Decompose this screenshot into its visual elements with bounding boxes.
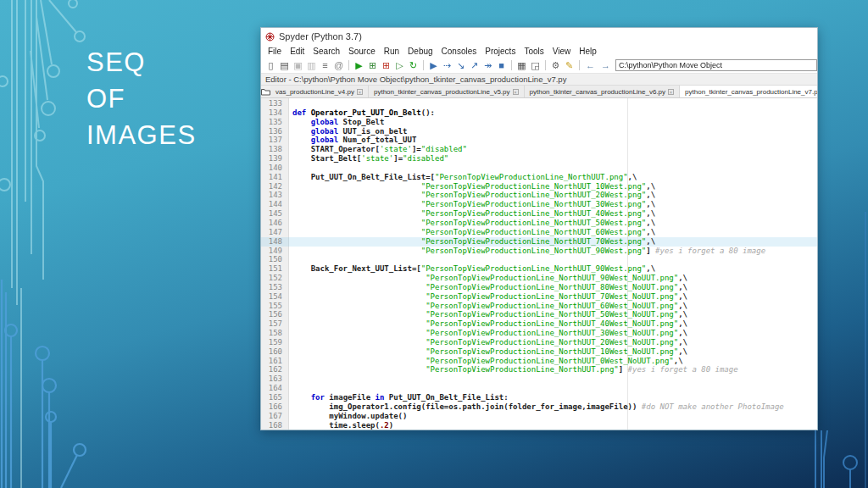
step-into-icon[interactable]: ↘	[454, 58, 467, 72]
code-line-159: 159 "PersonTopViewProductionLine_NorthUU…	[261, 338, 817, 347]
line-number: 160	[261, 347, 288, 357]
code-line-150: 150	[261, 255, 817, 264]
run-cell-icon[interactable]: ⊞	[366, 58, 379, 72]
slide-title-line-1: SEQ	[86, 44, 197, 80]
run-current-line-icon[interactable]: ⇢	[441, 58, 453, 72]
menu-source[interactable]: Source	[344, 47, 380, 56]
spyder-logo-icon	[265, 32, 275, 42]
line-number: 150	[261, 255, 288, 264]
menu-projects[interactable]: Projects	[481, 47, 520, 56]
maximize-pane-icon[interactable]: ◲	[529, 58, 542, 72]
spyder-window: Spyder (Python 3.7) FileEditSearchSource…	[260, 27, 818, 430]
save-icon[interactable]: ▣	[292, 58, 304, 72]
code-line-156: 156 "PersonTopViewProductionLine_NorthUU…	[261, 310, 817, 319]
line-number: 141	[261, 173, 288, 182]
new-file-icon[interactable]: ▯	[264, 58, 277, 72]
code-text	[288, 384, 292, 393]
line-number: 168	[261, 421, 288, 430]
line-number: 146	[261, 219, 288, 228]
menu-tools[interactable]: Tools	[520, 47, 548, 56]
code-line-136: 136 global UUT_is_on_belt	[261, 127, 817, 136]
code-line-165: 165 for imageFile in Put_UUT_On_Belt_Fil…	[261, 393, 817, 402]
line-number: 153	[261, 283, 288, 292]
editor-tab-2[interactable]: python_tkinter_canvas_productionLine_v5.…	[369, 86, 525, 97]
code-text	[288, 99, 292, 108]
code-line-135: 135 global Stop_Belt	[261, 118, 817, 127]
continue-icon[interactable]: ↠	[481, 58, 494, 72]
code-text: "PersonTopViewProductionLine_NorthUUT_60…	[288, 302, 687, 311]
code-text: "PersonTopViewProductionLine_NorthUUT_40…	[288, 209, 655, 219]
code-text: "PersonTopViewProductionLine_NorthUUT_70…	[288, 292, 687, 302]
code-line-153: 153 "PersonTopViewProductionLine_NorthUU…	[261, 283, 817, 292]
code-line-151: 151 Back_For_Next_UUT_List=["PersonTopVi…	[261, 264, 817, 274]
toolbar-separator	[511, 60, 512, 70]
code-line-167: 167 myWindow.update()	[261, 412, 817, 421]
line-number: 154	[261, 292, 288, 302]
code-line-134: 134def Operator_Put_UUT_On_Belt():	[261, 108, 817, 118]
code-line-166: 166 img_Operator1.config(file=os.path.jo…	[261, 402, 817, 412]
debug-icon[interactable]: ▶	[427, 58, 440, 72]
code-line-146: 146 "PersonTopViewProductionLine_NorthUU…	[261, 219, 817, 228]
save-all-icon[interactable]: ▥	[305, 58, 318, 72]
run-selection-icon[interactable]: ▷	[393, 58, 406, 72]
menu-bar: FileEditSearchSourceRunDebugConsolesProj…	[261, 45, 817, 58]
menu-run[interactable]: Run	[380, 47, 403, 56]
code-line-158: 158 "PersonTopViewProductionLine_NorthUU…	[261, 329, 817, 338]
menu-help[interactable]: Help	[575, 47, 601, 56]
line-number: 164	[261, 384, 288, 393]
code-text: "PersonTopViewProductionLine_NorthUUT_0W…	[288, 357, 683, 366]
tab-close-icon[interactable]: ×	[668, 89, 674, 95]
menu-consoles[interactable]: Consoles	[437, 47, 481, 56]
code-line-140: 140	[261, 164, 817, 173]
open-file-icon[interactable]: ▤	[278, 58, 291, 72]
code-line-157: 157 "PersonTopViewProductionLine_NorthUU…	[261, 319, 817, 329]
working-directory-input[interactable]	[615, 59, 817, 71]
menu-view[interactable]: View	[548, 47, 576, 56]
code-text: img_Operator1.config(file=os.path.join(f…	[288, 402, 784, 412]
editor-path-label: Editor - C:\python\Python Move Object\py…	[265, 75, 566, 84]
code-line-164: 164	[261, 384, 817, 393]
tab-close-icon[interactable]: ×	[357, 89, 363, 95]
code-text: Back_For_Next_UUT_List=["PersonTopViewPr…	[288, 264, 655, 274]
toolbar: ▯▤▣▥≡@▶⊞⊞▷↻▶⇢↘↗↠■▦◲⚙✎ ← →	[261, 58, 817, 74]
stop-debug-icon[interactable]: ■	[495, 58, 508, 72]
file-switcher-icon[interactable]: ≡	[319, 58, 331, 72]
code-text: "PersonTopViewProductionLine_NorthUUT_30…	[288, 329, 687, 338]
code-text: for imageFile in Put_UUT_On_Belt_File_Li…	[288, 393, 509, 402]
menu-edit[interactable]: Edit	[286, 47, 309, 56]
forward-arrow-icon[interactable]: →	[598, 60, 613, 70]
line-number: 144	[261, 200, 288, 209]
menu-search[interactable]: Search	[309, 47, 344, 56]
code-line-155: 155 "PersonTopViewProductionLine_NorthUU…	[261, 302, 817, 311]
menu-debug[interactable]: Debug	[403, 47, 437, 56]
code-editor[interactable]: 133134def Operator_Put_UUT_On_Belt():135…	[261, 98, 817, 430]
pythonpath-manager-icon[interactable]: ✎	[563, 58, 576, 72]
browse-tabs-button[interactable]	[261, 86, 270, 97]
tab-close-icon[interactable]: ×	[513, 89, 519, 95]
code-line-168: 168 time.sleep(.2)	[261, 421, 817, 430]
code-line-139: 139 Start_Belt['state']="disabled"	[261, 154, 817, 164]
back-arrow-icon[interactable]: ←	[583, 60, 598, 70]
rerun-icon[interactable]: ↻	[407, 58, 420, 72]
code-text: global UUT_is_on_belt	[288, 127, 407, 136]
code-text: Put_UUT_On_Belt_File_List=["PersonTopVie…	[288, 173, 637, 182]
code-line-142: 142 "PersonTopViewProductionLine_NorthUU…	[261, 182, 817, 191]
editor-tab-3[interactable]: python_tkinter_canvas_productionLine_v6.…	[525, 86, 681, 97]
run-cell-advance-icon[interactable]: ⊞	[380, 58, 392, 72]
menu-file[interactable]: File	[264, 47, 286, 56]
layout-icon[interactable]: ▦	[515, 58, 528, 72]
find-symbols-icon[interactable]: @	[332, 58, 345, 72]
code-text	[288, 374, 292, 384]
code-text: "PersonTopViewProductionLine_NorthUUT_90…	[288, 274, 687, 283]
editor-tab-1[interactable]: vas_productionLine_v4.py×	[270, 86, 369, 97]
run-icon[interactable]: ▶	[353, 58, 365, 72]
code-text: "PersonTopViewProductionLine_NorthUUT_50…	[288, 310, 687, 319]
preferences-wrench-icon[interactable]: ⚙	[549, 58, 562, 72]
code-text: "PersonTopViewProductionLine_NorthUUT_30…	[288, 200, 655, 209]
editor-tab-4[interactable]: python_tkinter_canvas_productionLine_v7.…	[680, 86, 818, 97]
code-text: "PersonTopViewProductionLine_NorthUUT.pn…	[288, 365, 738, 374]
line-number: 159	[261, 338, 288, 347]
toolbar-icons: ▯▤▣▥≡@▶⊞⊞▷↻▶⇢↘↗↠■▦◲⚙✎	[264, 58, 576, 72]
editor-tab-bar: vas_productionLine_v4.py×python_tkinter_…	[261, 86, 817, 98]
step-return-icon[interactable]: ↗	[468, 58, 481, 72]
